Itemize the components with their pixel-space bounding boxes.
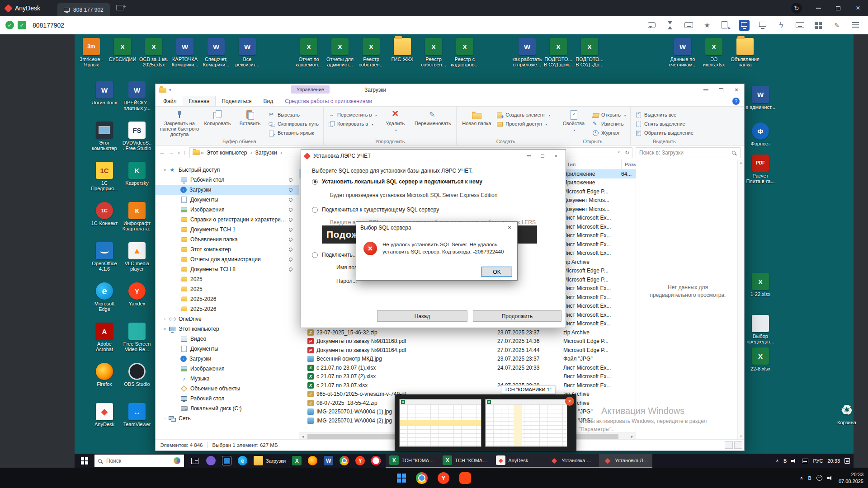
excel-window-thumbnail[interactable]: X bbox=[485, 399, 567, 447]
firefox-icon[interactable] bbox=[305, 454, 321, 468]
hidden-icons-chevron[interactable]: ∧ bbox=[776, 458, 779, 463]
session-tab[interactable]: 808 177 902 bbox=[57, 3, 110, 16]
volume-icon[interactable] bbox=[827, 476, 834, 480]
desktop-icon[interactable]: W как работать в приложе... bbox=[512, 38, 542, 68]
delete-button[interactable]: Удалить bbox=[379, 108, 411, 138]
downloads-folder-button[interactable]: Загрузки bbox=[250, 454, 289, 468]
desktop-icon[interactable]: W в админист... bbox=[745, 86, 775, 110]
explorer-close-button[interactable]: × bbox=[729, 84, 744, 96]
thumbnail-close-icon[interactable]: × bbox=[565, 397, 574, 406]
whiteboard-pencil-icon[interactable]: ✎ bbox=[831, 20, 842, 31]
back-button[interactable]: Назад bbox=[377, 310, 467, 322]
yandex-icon[interactable]: Y bbox=[352, 454, 368, 468]
explorer-tab[interactable]: Средства работы с приложениями bbox=[279, 96, 378, 106]
nav-item[interactable]: 2025 bbox=[156, 284, 299, 294]
network-icon[interactable] bbox=[816, 475, 822, 481]
nav-item[interactable]: Документы ТСН 1 bbox=[156, 225, 299, 235]
file-row[interactable]: Документы по заказу №9811168.pdf 27.07.2… bbox=[299, 337, 636, 346]
scroll-left-icon[interactable]: ◂ bbox=[299, 433, 307, 440]
desktop-icon[interactable]: A Adobe Acrobat bbox=[90, 323, 119, 363]
new-item-button[interactable]: Создать элемент bbox=[495, 111, 552, 119]
scroll-up-icon[interactable]: ▴ bbox=[738, 160, 744, 164]
help-icon[interactable]: ? bbox=[732, 98, 740, 105]
desktop-icon[interactable]: ▲ VLC media player bbox=[122, 242, 152, 282]
minimize-button[interactable] bbox=[808, 0, 828, 16]
desktop-icon[interactable]: 3m 3mrk.exe - Ярлык bbox=[76, 38, 106, 68]
nav-item[interactable]: › OneDrive bbox=[156, 314, 299, 324]
hourglass-icon[interactable] bbox=[665, 20, 675, 31]
nav-item[interactable]: Видео bbox=[156, 334, 299, 344]
language-indicator[interactable]: РУС bbox=[813, 458, 823, 464]
nav-item[interactable]: Музыка bbox=[156, 374, 299, 384]
move-to-button[interactable]: Переместить в bbox=[326, 111, 378, 119]
taskbar-window-button[interactable]: ◆ Установка ЛЭР... bbox=[599, 454, 652, 468]
nav-item[interactable]: 2025-2026 bbox=[156, 304, 299, 314]
excel-icon[interactable]: X bbox=[289, 454, 305, 468]
explorer-tab[interactable]: Поделиться bbox=[216, 96, 257, 106]
browser-tray-icon[interactable]: В bbox=[783, 458, 787, 464]
desktop-icon[interactable]: PDF Расчет Плита в-га... bbox=[745, 155, 775, 184]
nav-item[interactable]: Отчеты для администрации bbox=[156, 254, 299, 264]
desktop-icon[interactable]: Firefox bbox=[90, 363, 119, 403]
keyboard-tray-icon[interactable] bbox=[802, 459, 808, 463]
column-header-type[interactable]: Тип bbox=[563, 160, 621, 169]
chevron-down-icon[interactable]: ▾ bbox=[169, 88, 171, 92]
desktop-icon[interactable]: X Реестр собствен... bbox=[356, 38, 386, 68]
desktop-icon[interactable]: X Реестр собствен... bbox=[419, 38, 448, 68]
desktop-icon[interactable]: Ф Форпост bbox=[745, 122, 775, 146]
scroll-down-icon[interactable]: ▾ bbox=[738, 434, 744, 438]
volume-icon[interactable] bbox=[791, 459, 797, 463]
nav-item[interactable]: ∨ Быстрый доступ bbox=[156, 165, 299, 175]
maximize-button[interactable] bbox=[828, 0, 848, 16]
menu-icon[interactable] bbox=[850, 20, 861, 31]
installer-titlebar[interactable]: Установка ЛЭРС УЧЁТ × bbox=[301, 150, 566, 162]
desktop-icon[interactable]: X Отчет по капремон... bbox=[294, 38, 324, 68]
back-button[interactable]: ← bbox=[159, 149, 165, 156]
easy-access-button[interactable]: Простой доступ bbox=[495, 120, 552, 128]
nav-item[interactable]: Документы bbox=[156, 344, 299, 354]
connection-info-icon[interactable]: ↻ bbox=[791, 3, 802, 14]
nav-item[interactable]: Рабочий стол bbox=[156, 175, 299, 185]
nav-item[interactable]: › Сеть bbox=[156, 413, 299, 423]
nav-item[interactable]: Этот компьютер bbox=[156, 244, 299, 254]
explorer-minimize-button[interactable] bbox=[698, 84, 713, 96]
desktop-icon[interactable]: ГИС ЖКХ bbox=[387, 38, 417, 68]
file-transfer-icon[interactable] bbox=[720, 20, 731, 31]
installer-maximize-button[interactable] bbox=[537, 151, 548, 160]
start-button[interactable] bbox=[393, 468, 410, 488]
new-folder-button[interactable]: Новая папка bbox=[459, 108, 494, 138]
taskbar-window-button[interactable]: ◆ Установка — Л... bbox=[546, 454, 599, 468]
desktop-icon[interactable]: W Данные по счетчикам... bbox=[668, 38, 698, 68]
desktop-icon[interactable]: ↔ TeamViewer bbox=[122, 403, 152, 443]
desktop-icon[interactable]: 1С 1С Предприя... bbox=[90, 162, 119, 202]
desktop-icon[interactable]: ◆ AnyDesk bbox=[90, 403, 119, 443]
nav-item[interactable]: Загрузки bbox=[156, 185, 299, 195]
start-button[interactable] bbox=[75, 454, 94, 468]
desktop-icon[interactable]: Free Screen Video Re... bbox=[122, 323, 152, 363]
recent-locations-icon[interactable]: ∨ bbox=[177, 150, 180, 155]
excel-window-thumbnail[interactable]: X bbox=[399, 399, 481, 447]
refresh-icon[interactable]: ↻ bbox=[625, 150, 629, 156]
expand-chevron-icon[interactable]: › bbox=[162, 317, 168, 321]
copy-to-button[interactable]: Копировать в bbox=[326, 120, 378, 128]
properties-button[interactable]: Свойства bbox=[558, 108, 590, 138]
address-dropdown-icon[interactable]: ∨ bbox=[617, 150, 620, 156]
permissions-grid-icon[interactable] bbox=[813, 20, 824, 31]
nav-item[interactable]: Изображения bbox=[156, 205, 299, 215]
taskbar-window-button[interactable]: X ТСН "КОМАРИ... bbox=[439, 454, 492, 468]
rename-button[interactable]: Переименовать bbox=[412, 108, 453, 138]
nav-item[interactable]: ∨ Этот компьютер bbox=[156, 324, 299, 334]
yandex-icon[interactable]: Y bbox=[434, 468, 453, 488]
edge-icon[interactable]: e bbox=[235, 454, 250, 468]
file-row[interactable]: с 21.07.по 23.07 (1).xlsx 24.07.2025 20:… bbox=[299, 363, 636, 372]
desktop-icon[interactable]: К Инфокрафт Квартплата... bbox=[122, 202, 152, 242]
nav-item[interactable]: 2025 bbox=[156, 274, 299, 284]
history-button[interactable]: Журнал bbox=[590, 129, 627, 137]
new-session-icon[interactable] bbox=[114, 4, 126, 13]
column-header-size[interactable]: Разм... bbox=[621, 160, 636, 169]
explorer-tab[interactable]: Вид bbox=[257, 96, 279, 106]
actions-bolt-icon[interactable]: ϟ bbox=[776, 20, 787, 31]
search-input[interactable]: Поиск в: Загрузки bbox=[636, 147, 741, 158]
desktop-icon[interactable]: W Спецсчет, Комарики... bbox=[201, 38, 231, 68]
cut-button[interactable]: Вырезать bbox=[267, 111, 321, 119]
